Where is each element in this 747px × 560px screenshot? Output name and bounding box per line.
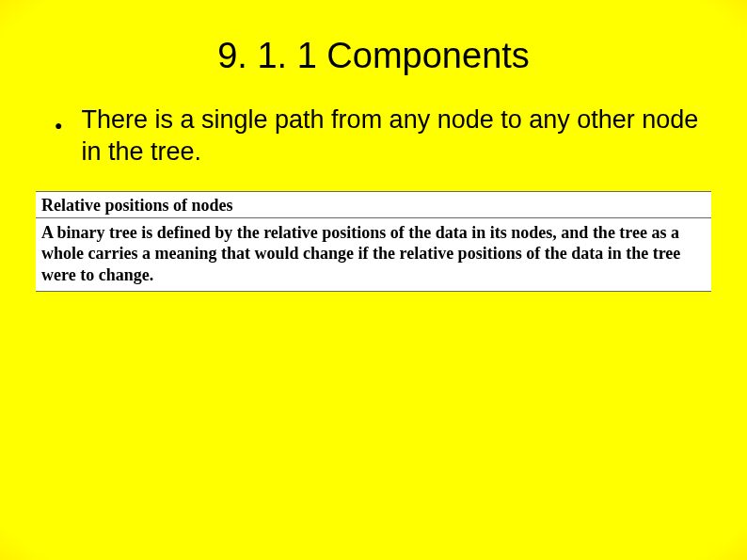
embedded-text-box: Relative positions of nodes A binary tre… bbox=[36, 191, 711, 293]
slide-content: 9. 1. 1 Components ● There is a single p… bbox=[0, 0, 747, 560]
embedded-body: A binary tree is defined by the relative… bbox=[36, 218, 711, 293]
slide-title: 9. 1. 1 Components bbox=[47, 36, 700, 76]
bullet-text: There is a single path from any node to … bbox=[81, 104, 700, 168]
bullet-dot-icon: ● bbox=[55, 110, 62, 140]
embedded-header: Relative positions of nodes bbox=[36, 191, 711, 218]
bullet-item: ● There is a single path from any node t… bbox=[47, 104, 700, 168]
